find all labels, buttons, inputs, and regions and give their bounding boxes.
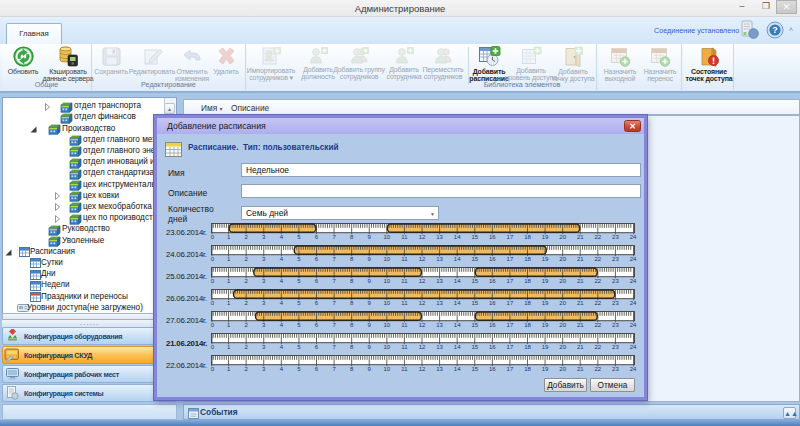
svg-text:22: 22 [594,300,601,306]
svg-text:18: 18 [524,300,531,306]
svg-text:0: 0 [211,277,215,283]
svg-text:9: 9 [368,277,372,283]
svg-text:12: 12 [419,344,426,350]
svg-text:15: 15 [471,255,478,261]
svg-text:13: 13 [436,255,443,261]
svg-text:0: 0 [211,255,215,261]
svg-text:17: 17 [507,255,514,261]
svg-text:7: 7 [332,233,336,239]
svg-text:20: 20 [559,277,566,283]
svg-text:2: 2 [244,322,248,328]
svg-text:17: 17 [507,300,514,306]
svg-text:4: 4 [280,300,284,306]
svg-text:9: 9 [368,366,372,372]
svg-text:15: 15 [471,366,478,372]
svg-text:1: 1 [227,300,231,306]
svg-text:10: 10 [383,322,390,328]
svg-text:12: 12 [419,255,426,261]
svg-text:20: 20 [559,233,566,239]
svg-text:3: 3 [262,300,266,306]
svg-text:16: 16 [489,322,496,328]
svg-text:2: 2 [244,366,248,372]
svg-text:16: 16 [489,300,496,306]
svg-text:11: 11 [401,344,408,350]
svg-text:1: 1 [227,322,231,328]
svg-text:21: 21 [577,300,584,306]
svg-text:24: 24 [630,300,637,306]
svg-text:13: 13 [436,322,443,328]
svg-text:12: 12 [419,277,426,283]
svg-text:4: 4 [280,366,284,372]
svg-text:20: 20 [559,344,566,350]
svg-text:8: 8 [350,277,354,283]
svg-text:5: 5 [297,322,301,328]
svg-text:21: 21 [577,366,584,372]
svg-text:14: 14 [454,322,461,328]
svg-text:8: 8 [350,366,354,372]
svg-text:12: 12 [419,300,426,306]
svg-text:19: 19 [542,322,549,328]
svg-text:17: 17 [507,366,514,372]
svg-text:3: 3 [262,344,266,350]
svg-text:14: 14 [454,277,461,283]
svg-text:20: 20 [559,255,566,261]
svg-text:14: 14 [454,233,461,239]
svg-text:5: 5 [297,300,301,306]
svg-text:22: 22 [594,233,601,239]
svg-text:21: 21 [577,233,584,239]
svg-text:23: 23 [612,233,619,239]
svg-text:6: 6 [315,277,319,283]
svg-text:11: 11 [401,300,408,306]
svg-text:22: 22 [594,366,601,372]
svg-text:24: 24 [630,277,637,283]
svg-text:22: 22 [594,322,601,328]
svg-text:19: 19 [542,366,549,372]
svg-text:2: 2 [244,344,248,350]
svg-text:22: 22 [594,344,601,350]
svg-text:16: 16 [489,255,496,261]
svg-text:14: 14 [454,344,461,350]
svg-text:12: 12 [419,322,426,328]
svg-text:15: 15 [471,300,478,306]
svg-text:0: 0 [211,366,215,372]
svg-text:4: 4 [280,277,284,283]
svg-text:4: 4 [280,255,284,261]
svg-text:18: 18 [524,322,531,328]
svg-text:3: 3 [262,255,266,261]
svg-text:20: 20 [559,300,566,306]
svg-text:17: 17 [507,277,514,283]
svg-text:7: 7 [332,255,336,261]
svg-text:19: 19 [542,255,549,261]
svg-text:22: 22 [594,277,601,283]
svg-text:21: 21 [577,255,584,261]
svg-text:5: 5 [297,255,301,261]
svg-text:3: 3 [262,322,266,328]
svg-text:21: 21 [577,277,584,283]
svg-text:13: 13 [436,233,443,239]
svg-text:22: 22 [594,255,601,261]
svg-text:15: 15 [471,277,478,283]
svg-text:10: 10 [383,344,390,350]
svg-text:23: 23 [612,300,619,306]
svg-text:24: 24 [630,322,637,328]
svg-text:19: 19 [542,300,549,306]
svg-text:5: 5 [297,344,301,350]
svg-text:17: 17 [507,344,514,350]
svg-text:12: 12 [419,233,426,239]
svg-text:16: 16 [489,277,496,283]
svg-text:11: 11 [401,255,408,261]
svg-text:7: 7 [332,366,336,372]
svg-text:1: 1 [227,366,231,372]
svg-text:11: 11 [401,233,408,239]
svg-text:16: 16 [489,233,496,239]
svg-text:4: 4 [280,322,284,328]
svg-text:8: 8 [350,255,354,261]
svg-text:5: 5 [297,277,301,283]
svg-text:23: 23 [612,366,619,372]
svg-text:10: 10 [383,233,390,239]
svg-text:2: 2 [244,255,248,261]
svg-text:15: 15 [471,344,478,350]
svg-text:8: 8 [350,233,354,239]
svg-text:11: 11 [401,322,408,328]
svg-text:9: 9 [368,255,372,261]
